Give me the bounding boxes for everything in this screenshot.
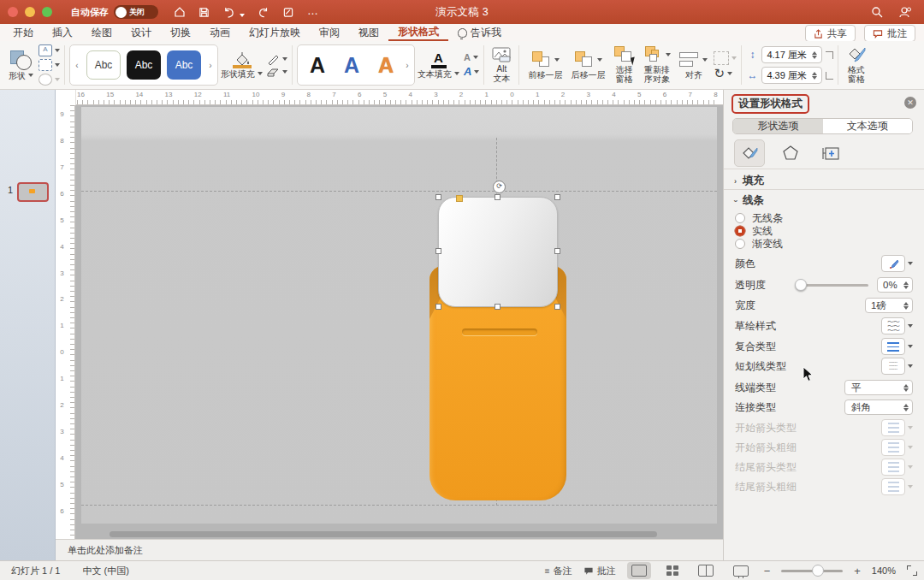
search-icon[interactable] — [871, 6, 883, 18]
minimize-window-button[interactable] — [25, 7, 35, 17]
comments-toggle-button[interactable]: 批注 — [583, 565, 616, 577]
close-panel-button[interactable]: ✕ — [904, 97, 916, 109]
comments-button[interactable]: 批注 — [864, 25, 915, 42]
more-commands-icon[interactable]: … — [307, 4, 319, 17]
tab-绘图[interactable]: 绘图 — [82, 24, 121, 41]
tab-text-options[interactable]: 文本选项 — [823, 119, 913, 133]
resize-handle-s[interactable] — [495, 304, 500, 310]
join-type-select[interactable]: 斜角 — [844, 399, 913, 415]
gallery-next-button[interactable]: › — [207, 61, 214, 70]
zoom-window-button[interactable] — [42, 7, 52, 17]
bring-forward-button[interactable]: 前移一层 — [524, 51, 566, 80]
zoom-out-button[interactable]: − — [764, 565, 771, 577]
selected-rounded-rectangle[interactable]: ⟳ — [438, 197, 558, 307]
tab-视图[interactable]: 视图 — [349, 24, 388, 41]
resize-handle-w[interactable] — [435, 248, 441, 254]
reading-view-button[interactable] — [694, 562, 718, 579]
shape-height-field[interactable]: 4.17 厘米 — [761, 46, 821, 63]
sketch-style-dropdown[interactable]: 〜〜〜〜〜〜 — [881, 317, 905, 334]
text-box-button[interactable]: A — [38, 44, 60, 56]
shape-style-swatch-3[interactable]: Abc — [167, 50, 201, 80]
radio-gradient-line[interactable]: 渐变线 — [724, 234, 924, 253]
tab-动画[interactable]: 动画 — [200, 24, 240, 41]
zoom-in-button[interactable]: + — [854, 565, 861, 577]
text-fill-button[interactable]: A 文本填充 — [415, 52, 462, 79]
width-stepper[interactable] — [812, 72, 817, 80]
chevron-down-icon[interactable] — [908, 262, 913, 265]
redo-icon[interactable] — [258, 7, 270, 18]
chevron-down-icon[interactable] — [908, 345, 913, 348]
adjust-handle[interactable] — [456, 195, 463, 202]
share-button[interactable]: 共享 — [805, 25, 856, 42]
fit-slide-button[interactable] — [907, 565, 917, 576]
text-style-swatch-1[interactable]: A — [301, 53, 334, 78]
tab-shape-options[interactable]: 形状选项 — [733, 119, 823, 133]
resize-handle-nw[interactable] — [435, 194, 441, 200]
text-style-swatch-2[interactable]: A — [335, 53, 368, 78]
edit-shape-button[interactable] — [38, 59, 60, 71]
chevron-down-icon[interactable] — [908, 364, 913, 368]
resize-handle-e[interactable] — [554, 248, 560, 254]
tab-审阅[interactable]: 审阅 — [310, 24, 349, 41]
resize-handle-ne[interactable] — [554, 194, 560, 200]
slide[interactable]: ⟳ — [81, 107, 717, 524]
shape-style-swatch-1[interactable]: Abc — [86, 50, 121, 80]
effects-tab[interactable] — [775, 139, 806, 167]
chevron-down-icon[interactable] — [908, 324, 913, 328]
tab-幻灯片放映[interactable]: 幻灯片放映 — [240, 24, 310, 41]
normal-view-button[interactable] — [627, 562, 651, 579]
gallery-prev-button[interactable]: ‹ — [74, 61, 80, 70]
notes-area[interactable]: 单击此处添加备注 — [56, 539, 723, 560]
zoom-slider-thumb[interactable] — [812, 565, 824, 577]
transparency-slider[interactable] — [797, 284, 868, 287]
zoom-level[interactable]: 140% — [872, 565, 896, 576]
height-stepper[interactable] — [812, 51, 817, 59]
language-indicator[interactable]: 中文 (中国) — [82, 565, 128, 577]
rotate-button[interactable]: ↻ — [714, 68, 737, 80]
size-properties-tab[interactable] — [816, 139, 847, 167]
selection-pane-button[interactable]: 选择 窗格 — [609, 46, 638, 84]
slideshow-button[interactable] — [729, 563, 753, 579]
cap-type-select[interactable]: 平 — [844, 380, 913, 395]
text-style-swatch-3[interactable]: A — [370, 53, 402, 78]
resize-handle-sw[interactable] — [435, 304, 441, 310]
text-effects-button[interactable]: A — [464, 65, 479, 78]
shape-style-swatch-2[interactable]: Abc — [127, 50, 161, 80]
format-pane-button[interactable]: 格式 窗格 — [843, 46, 870, 84]
resize-handle-n[interactable] — [495, 194, 500, 200]
tab-插入[interactable]: 插入 — [43, 24, 82, 41]
dash-type-dropdown[interactable]: ┄┄┄┄┄┄ — [881, 358, 905, 375]
zoom-slider[interactable] — [781, 570, 843, 572]
print-icon[interactable] — [282, 7, 294, 18]
align-button[interactable]: 对齐 — [675, 51, 712, 80]
slider-thumb[interactable] — [795, 279, 807, 291]
tab-告诉我[interactable]: 告诉我 — [448, 24, 511, 41]
merge-shapes-button[interactable] — [38, 74, 60, 86]
horizontal-scrollbar[interactable] — [110, 531, 657, 537]
reorder-objects-button[interactable]: 重新排 序对象 — [638, 46, 675, 84]
fill-line-tab[interactable] — [734, 139, 765, 167]
slide-sorter-view-button[interactable] — [662, 563, 683, 578]
arrow-option-dropdown[interactable] — [881, 419, 905, 436]
insert-shape-button[interactable]: 形状 — [5, 50, 37, 80]
tab-开始[interactable]: 开始 — [3, 24, 43, 41]
section-line[interactable]: › 线条 — [734, 193, 764, 208]
autosave-toggle[interactable]: 关闭 — [114, 5, 158, 19]
arrow-option-dropdown[interactable] — [881, 478, 905, 495]
home-icon[interactable] — [174, 6, 186, 18]
arrow-option-dropdown[interactable] — [881, 459, 905, 476]
tab-设计[interactable]: 设计 — [121, 24, 161, 41]
alt-text-button[interactable]: Alt 文本 — [489, 47, 514, 83]
section-fill[interactable]: › 填充 — [734, 174, 764, 188]
account-icon[interactable] — [898, 6, 912, 18]
rotation-handle[interactable]: ⟳ — [493, 181, 506, 193]
compound-type-dropdown[interactable] — [881, 338, 905, 355]
text-outline-button[interactable]: A — [464, 52, 479, 62]
shape-fill-button[interactable]: 形状填充 — [218, 52, 265, 79]
text-gallery-next-button[interactable]: › — [404, 61, 411, 70]
close-window-button[interactable] — [8, 7, 18, 17]
line-color-button[interactable] — [881, 255, 905, 272]
arrow-option-dropdown[interactable] — [881, 439, 905, 456]
notes-toggle-button[interactable]: ≡ 备注 — [545, 565, 572, 577]
slide-thumbnail[interactable] — [17, 182, 49, 202]
